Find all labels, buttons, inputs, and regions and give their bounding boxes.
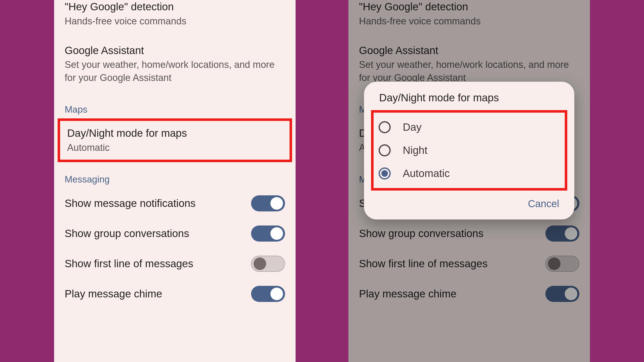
switch-on-icon [545, 225, 579, 242]
toggle-play-chime: Play message chime [348, 279, 590, 309]
switch-on-icon[interactable] [251, 286, 285, 302]
highlight-day-night-setting: Day/Night mode for maps Automatic [58, 118, 292, 162]
toggle-show-first-line: Show first line of messages [348, 249, 590, 279]
switch-on-icon [545, 286, 579, 302]
setting-title: Google Assistant [65, 44, 285, 58]
highlight-dialog-options: Day Night Automatic [371, 110, 567, 191]
toggle-label: Show group conversations [65, 228, 189, 240]
toggle-label: Play message chime [65, 288, 162, 300]
radio-option-day[interactable]: Day [374, 116, 565, 139]
setting-title: Google Assistant [359, 44, 579, 58]
toggle-play-chime[interactable]: Play message chime [54, 279, 296, 309]
radio-label: Night [403, 144, 427, 156]
toggle-show-group: Show group conversations [348, 218, 590, 249]
section-header-messaging: Messaging [54, 162, 296, 188]
setting-title: "Hey Google" detection [65, 0, 285, 14]
radio-label: Automatic [403, 167, 450, 179]
switch-on-icon[interactable] [251, 225, 285, 242]
cancel-button[interactable]: Cancel [528, 198, 559, 209]
radio-option-automatic[interactable]: Automatic [374, 162, 565, 185]
toggle-label: Play message chime [359, 288, 457, 300]
switch-off-icon[interactable] [251, 256, 285, 272]
toggle-label: Show group conversations [359, 228, 484, 240]
setting-value: Automatic [67, 141, 283, 154]
setting-title: Day/Night mode for maps [67, 126, 283, 140]
setting-google-assistant[interactable]: Google Assistant Set your weather, home/… [54, 36, 296, 92]
settings-list: "Hey Google" detection Hands-free voice … [54, 0, 296, 309]
radio-checked-icon [379, 167, 391, 179]
setting-subtitle: Hands-free voice commands [359, 15, 579, 28]
setting-subtitle: Set your weather, home/work locations, a… [359, 58, 579, 84]
settings-screen-right: "Hey Google" detection Hands-free voice … [348, 0, 590, 362]
radio-label: Day [403, 121, 422, 133]
switch-off-icon [545, 256, 579, 272]
toggle-label: Show first line of messages [359, 258, 488, 270]
radio-option-night[interactable]: Night [374, 139, 565, 162]
dialog-actions: Cancel [364, 191, 574, 214]
toggle-label: Show message notifications [65, 197, 196, 209]
setting-subtitle: Set your weather, home/work locations, a… [65, 58, 285, 84]
switch-on-icon[interactable] [251, 195, 285, 211]
section-header-maps: Maps [54, 92, 296, 118]
setting-title: "Hey Google" detection [359, 0, 579, 14]
radio-unchecked-icon [379, 144, 391, 156]
settings-screen-left: "Hey Google" detection Hands-free voice … [54, 0, 296, 362]
setting-day-night-mode[interactable]: Day/Night mode for maps Automatic [60, 121, 290, 160]
radio-unchecked-icon [379, 121, 391, 133]
toggle-show-first-line[interactable]: Show first line of messages [54, 249, 296, 279]
setting-hey-google: "Hey Google" detection Hands-free voice … [348, 0, 590, 36]
dialog-title: Day/Night mode for maps [364, 92, 574, 110]
setting-hey-google[interactable]: "Hey Google" detection Hands-free voice … [54, 0, 296, 36]
toggle-show-notifications[interactable]: Show message notifications [54, 188, 296, 218]
day-night-dialog: Day/Night mode for maps Day Night Automa… [364, 82, 574, 219]
toggle-show-group[interactable]: Show group conversations [54, 218, 296, 249]
toggle-label: Show first line of messages [65, 258, 193, 270]
setting-subtitle: Hands-free voice commands [65, 15, 285, 28]
